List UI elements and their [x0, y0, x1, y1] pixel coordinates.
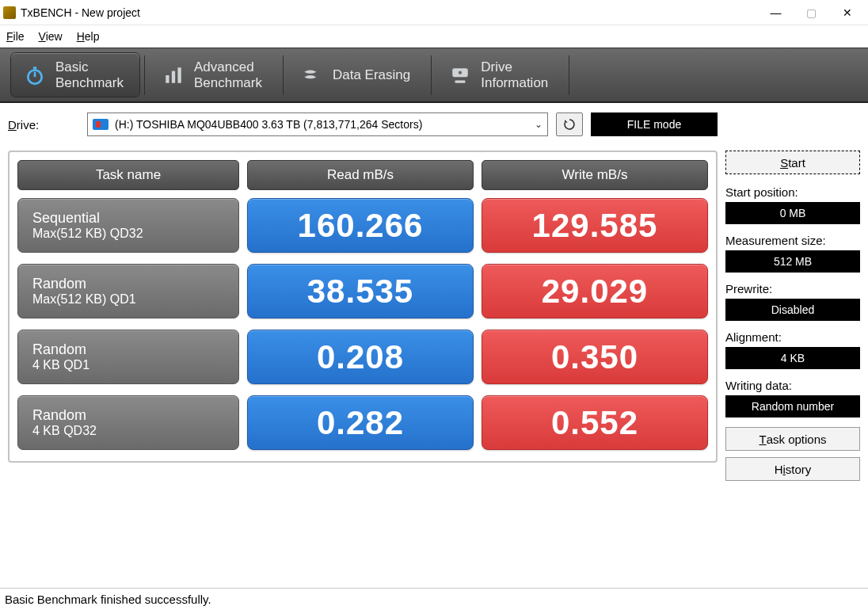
task-detail: 4 KB QD32: [32, 424, 224, 438]
result-row: Random 4 KB QD1 0.208 0.350: [17, 330, 708, 384]
minimize-button[interactable]: —: [758, 1, 794, 25]
prewrite-value[interactable]: Disabled: [725, 299, 860, 321]
results-panel: Task name Read mB/s Write mB/s Sequentia…: [8, 151, 718, 463]
tab-separator: [431, 55, 432, 95]
tab-separator: [144, 55, 145, 95]
svg-rect-4: [172, 71, 175, 82]
header-read: Read mB/s: [247, 160, 474, 190]
tab-label: Basic: [55, 59, 124, 75]
titlebar: TxBENCH - New project — ▢ ✕: [0, 0, 868, 25]
result-row: Random Max(512 KB) QD1 38.535 29.029: [17, 264, 708, 318]
close-button[interactable]: ✕: [829, 1, 865, 25]
task-cell[interactable]: Random Max(512 KB) QD1: [17, 264, 239, 318]
stopwatch-icon: [24, 64, 46, 86]
header-task: Task name: [17, 160, 239, 190]
tab-label: Information: [481, 75, 548, 91]
maximize-button[interactable]: ▢: [794, 1, 829, 25]
write-value: 0.350: [482, 330, 708, 384]
tab-label: Benchmark: [55, 75, 124, 91]
read-value: 0.208: [247, 330, 474, 384]
side-panel: Start Start position: 0 MB Measurement s…: [725, 112, 860, 487]
tab-label: Advanced: [194, 59, 262, 75]
tab-drive-information[interactable]: DriveInformation: [436, 53, 564, 97]
status-bar: Basic Benchmark finished successfully.: [0, 588, 868, 610]
menu-help[interactable]: Help: [77, 30, 100, 43]
refresh-icon: [562, 117, 577, 132]
read-value: 160.266: [247, 198, 474, 253]
prewrite-label: Prewrite:: [725, 282, 860, 295]
status-text: Basic Benchmark finished successfully.: [5, 593, 211, 606]
measurement-size-value[interactable]: 512 MB: [725, 250, 860, 273]
start-button[interactable]: Start: [725, 151, 860, 174]
write-value: 129.585: [482, 198, 708, 253]
read-value: 0.282: [247, 395, 474, 450]
measurement-size-label: Measurement size:: [725, 234, 860, 247]
writing-data-value[interactable]: Random number: [725, 395, 860, 417]
start-position-value[interactable]: 0 MB: [725, 202, 860, 224]
menu-view[interactable]: View: [39, 30, 63, 43]
tab-advanced-benchmark[interactable]: AdvancedBenchmark: [150, 53, 278, 97]
app-icon: [3, 6, 16, 19]
task-name: Random: [32, 341, 224, 358]
window-title: TxBENCH - New project: [21, 6, 758, 19]
refresh-button[interactable]: [556, 112, 583, 136]
result-row: Random 4 KB QD32 0.282 0.552: [17, 395, 708, 450]
task-detail: Max(512 KB) QD32: [32, 227, 224, 241]
tab-separator: [569, 55, 569, 95]
drive-selected-text: (H:) TOSHIBA MQ04UBB400 3.63 TB (7,813,7…: [115, 118, 542, 131]
tab-label: Data Erasing: [333, 67, 410, 83]
menubar: File View Help: [0, 25, 868, 48]
svg-rect-3: [166, 75, 169, 83]
alignment-value[interactable]: 4 KB: [725, 347, 860, 369]
tab-label: Drive: [481, 59, 548, 75]
task-detail: Max(512 KB) QD1: [32, 292, 224, 307]
tab-data-erasing[interactable]: Data Erasing: [288, 58, 426, 93]
write-value: 29.029: [482, 264, 708, 318]
drive-row: Drive: (H:) TOSHIBA MQ04UBB400 3.63 TB (…: [8, 112, 718, 136]
svg-point-7: [459, 71, 462, 74]
task-cell[interactable]: Random 4 KB QD32: [17, 395, 239, 450]
task-name: Random: [32, 407, 224, 424]
header-write: Write mB/s: [482, 160, 708, 190]
task-name: Random: [32, 276, 224, 292]
svg-rect-5: [177, 67, 181, 83]
hdd-icon: [93, 119, 108, 130]
bars-icon: [162, 64, 185, 86]
drive-icon: [449, 64, 471, 86]
svg-rect-8: [455, 80, 466, 82]
drive-label: Drive:: [8, 118, 79, 132]
start-position-label: Start position:: [725, 185, 860, 199]
alignment-label: Alignment:: [725, 330, 860, 344]
menu-file[interactable]: File: [6, 30, 25, 43]
svg-rect-1: [33, 67, 36, 69]
file-mode-button[interactable]: FILE mode: [591, 112, 718, 136]
history-button[interactable]: History: [725, 457, 860, 481]
read-value: 38.535: [247, 264, 474, 318]
tab-separator: [283, 55, 284, 95]
result-row: Sequential Max(512 KB) QD32 160.266 129.…: [17, 198, 708, 253]
drive-select[interactable]: (H:) TOSHIBA MQ04UBB400 3.63 TB (7,813,7…: [87, 112, 548, 136]
task-cell[interactable]: Sequential Max(512 KB) QD32: [17, 198, 239, 253]
chevron-down-icon: ⌄: [535, 119, 542, 130]
erase-icon: [301, 64, 323, 86]
task-cell[interactable]: Random 4 KB QD1: [17, 330, 239, 384]
write-value: 0.552: [482, 395, 708, 450]
writing-data-label: Writing data:: [725, 379, 860, 392]
tabbar: BasicBenchmark AdvancedBenchmark Data Er…: [0, 48, 868, 103]
tab-label: Benchmark: [194, 75, 262, 91]
task-name: Sequential: [32, 210, 224, 227]
task-options-button[interactable]: Task options: [725, 427, 860, 451]
tab-basic-benchmark[interactable]: BasicBenchmark: [11, 53, 139, 97]
task-detail: 4 KB QD1: [32, 358, 224, 372]
